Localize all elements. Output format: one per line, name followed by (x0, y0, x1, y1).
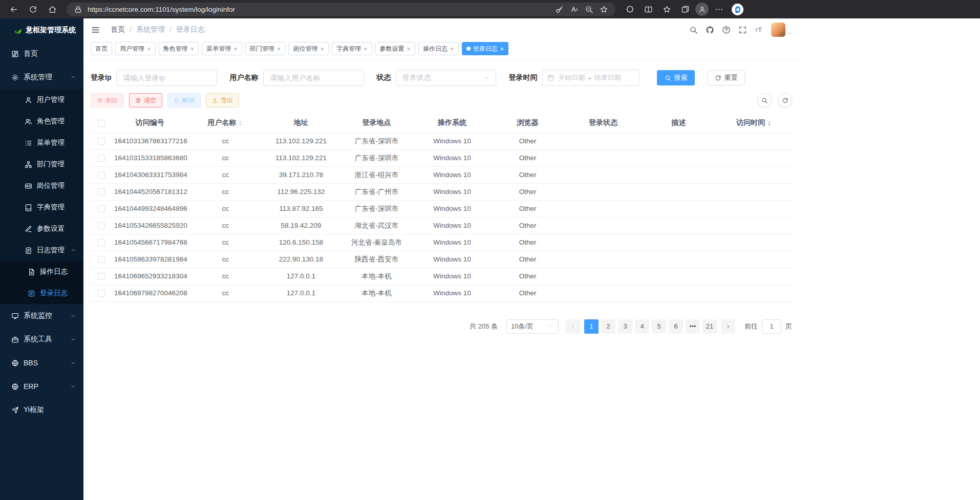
tab[interactable]: 用户管理× (115, 42, 156, 55)
fullscreen-icon[interactable] (738, 26, 747, 34)
row-checkbox[interactable] (98, 239, 105, 246)
prev-page-button[interactable] (566, 319, 580, 334)
sidebar-item[interactable]: 操作日志 (0, 261, 83, 282)
browser-back-icon[interactable] (5, 2, 22, 16)
unlock-button[interactable]: 解锁 (167, 93, 201, 107)
row-checkbox[interactable] (98, 273, 105, 280)
row-checkbox[interactable] (98, 290, 105, 297)
browser-menu-icon[interactable] (711, 2, 727, 16)
help-icon[interactable] (722, 26, 731, 34)
row-checkbox[interactable] (98, 256, 105, 263)
page-size-select[interactable]: 10条/页 (506, 319, 559, 334)
page-number-button[interactable]: 2 (601, 319, 615, 334)
sidebar-item[interactable]: 菜单管理 (0, 132, 83, 154)
sidebar-item[interactable]: 日志管理 (0, 240, 83, 261)
breadcrumb-item[interactable]: 首页 (111, 25, 125, 34)
tab[interactable]: 操作日志× (418, 42, 459, 55)
extensions-icon[interactable] (622, 2, 638, 16)
tab[interactable]: 参数设置× (375, 42, 416, 55)
sidebar-item[interactable]: 字典管理 (0, 197, 83, 218)
tab-close-icon[interactable]: × (450, 46, 454, 52)
sort-caret-icon[interactable] (238, 119, 243, 127)
browser-refresh-icon[interactable] (25, 2, 41, 16)
tab-close-icon[interactable]: × (320, 46, 324, 52)
tab-close-icon[interactable]: × (407, 46, 411, 52)
sidebar-item[interactable]: 角色管理 (0, 111, 83, 132)
password-key-icon[interactable] (555, 5, 564, 14)
sidebar-item[interactable]: 系统管理 (0, 66, 83, 89)
browser-profile-avatar[interactable] (695, 3, 709, 16)
page-number-button[interactable]: 6 (669, 319, 683, 334)
column-header[interactable]: 用户名称 (188, 114, 264, 133)
refresh-table-button[interactable] (778, 93, 792, 107)
next-page-button[interactable] (721, 319, 735, 334)
login-ip-input[interactable] (116, 70, 217, 86)
sidebar-item[interactable]: 用户管理 (0, 89, 83, 111)
page-number-button[interactable]: 1 (584, 319, 599, 334)
search-button[interactable]: 搜索 (657, 70, 695, 85)
delete-button[interactable]: 删除 (91, 93, 124, 107)
collapse-sidebar-icon[interactable] (91, 25, 100, 35)
sort-caret-icon[interactable] (766, 119, 772, 127)
sidebar-item[interactable]: 参数设置 (0, 218, 83, 240)
column-header[interactable]: 访问时间 (716, 114, 792, 133)
toggle-search-button[interactable] (757, 93, 772, 107)
sidebar-item[interactable]: ERP (0, 375, 83, 398)
tab[interactable]: 首页 (91, 42, 112, 55)
sidebar-item[interactable]: 首页 (0, 42, 83, 66)
github-icon[interactable] (706, 26, 714, 34)
page-number-button[interactable]: 4 (635, 319, 649, 334)
row-checkbox[interactable] (98, 222, 105, 229)
status-select[interactable]: 登录状态 (396, 70, 496, 86)
sidebar-item[interactable]: 系统监控 (0, 304, 83, 328)
sidebar-item[interactable]: BBS (0, 351, 83, 375)
tab-close-icon[interactable]: × (233, 46, 238, 52)
row-checkbox[interactable] (98, 155, 105, 162)
user-avatar-dropdown[interactable] (771, 23, 792, 37)
font-size-icon[interactable]: TT (755, 26, 763, 34)
search-icon[interactable] (689, 26, 698, 34)
tab[interactable]: 部门管理× (245, 42, 286, 55)
sidebar-item[interactable]: 部门管理 (0, 154, 83, 175)
tab[interactable]: 字典管理× (332, 42, 372, 55)
sidebar-item[interactable]: 系统工具 (0, 328, 83, 351)
tab-close-icon[interactable]: × (277, 46, 281, 52)
favorite-star-icon[interactable] (600, 5, 608, 14)
page-number-button[interactable]: 5 (652, 319, 666, 334)
goto-page-input[interactable] (762, 319, 781, 334)
row-checkbox[interactable] (98, 138, 105, 145)
page-number-button[interactable]: 21 (702, 319, 717, 334)
sidebar-item[interactable]: 登录日志 (0, 282, 83, 304)
row-checkbox[interactable] (98, 171, 105, 179)
tab-close-icon[interactable]: × (190, 46, 195, 52)
clear-button[interactable]: 清空 (129, 93, 162, 107)
row-checkbox[interactable] (98, 205, 105, 212)
copilot-icon[interactable] (731, 3, 744, 16)
page-number-button[interactable]: 3 (618, 319, 632, 334)
tab-close-icon[interactable]: × (500, 46, 504, 52)
reset-button[interactable]: 重置 (707, 70, 745, 85)
zoom-out-icon[interactable] (585, 5, 593, 14)
tab-close-icon[interactable]: × (364, 46, 368, 52)
row-checkbox[interactable] (98, 188, 105, 195)
favorites-icon[interactable] (658, 2, 675, 16)
sidebar-item[interactable]: Yi框架 (0, 398, 83, 422)
breadcrumb-item[interactable]: 系统管理 (136, 25, 165, 34)
tab[interactable]: 菜单管理× (202, 42, 242, 55)
site-info-icon[interactable] (74, 5, 82, 14)
username-input[interactable] (263, 70, 364, 86)
read-aloud-icon[interactable] (570, 5, 579, 14)
address-bar[interactable]: https://ccnetcore.com:1101/system/log/lo… (67, 3, 615, 16)
collections-icon[interactable] (677, 2, 693, 16)
export-button[interactable]: 导出 (206, 93, 239, 107)
sidebar-item[interactable]: 岗位管理 (0, 175, 83, 197)
tab[interactable]: 岗位管理× (288, 42, 329, 55)
login-time-range-picker[interactable]: 开始日期 - 结束日期 (542, 70, 640, 86)
browser-home-icon[interactable] (44, 2, 60, 16)
select-all-checkbox[interactable] (98, 120, 105, 127)
split-screen-icon[interactable] (640, 2, 656, 16)
tab[interactable]: 登录日志× (462, 42, 509, 55)
tab[interactable]: 角色管理× (159, 42, 199, 55)
tab-close-icon[interactable]: × (147, 46, 151, 52)
pager-more-button[interactable]: ••• (686, 319, 700, 334)
